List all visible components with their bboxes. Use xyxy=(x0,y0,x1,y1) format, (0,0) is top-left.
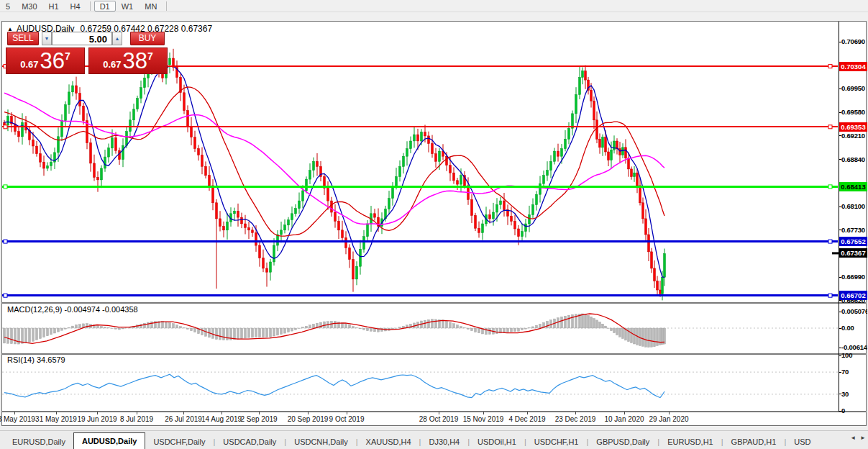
volume-input[interactable]: 5.00 xyxy=(52,32,112,45)
buy-price-big: 38 xyxy=(123,48,147,73)
rsi-axis-tick: 70 xyxy=(841,368,867,376)
price-line-badge: 0.66702 xyxy=(839,291,867,300)
tab-GBPUSD-Daily[interactable]: GBPUSD,Daily xyxy=(588,435,657,449)
tab-USD[interactable]: USD xyxy=(786,435,818,449)
date-axis-label: 20 Sep 2019 xyxy=(288,415,329,423)
timeframe-button-D1[interactable]: D1 xyxy=(94,1,116,12)
date-axis-label: 4 Dec 2019 xyxy=(508,415,545,423)
macd-name: MACD(12,26,9) xyxy=(7,305,62,314)
tab-scroll-right-icon[interactable]: ► xyxy=(860,435,866,441)
tab-XAUUSD-H4[interactable]: XAUUSD,H4 xyxy=(358,435,419,449)
timeframe-button-M30[interactable]: M30 xyxy=(16,1,42,12)
sell-price-sup: 7 xyxy=(65,50,70,62)
tab-DJ30-H4[interactable]: DJ30,H4 xyxy=(421,435,467,449)
date-axis-label: 23 Dec 2019 xyxy=(555,415,596,423)
price-axis-tick: 0.66990 xyxy=(841,273,867,281)
buy-button[interactable]: BUY xyxy=(130,32,165,45)
trade-panel-controls: SELL ▼ 5.00 ▲ BUY xyxy=(6,32,168,46)
tab-USDOil-H1[interactable]: USDOil,H1 xyxy=(470,435,524,449)
price-line-badge: 0.67367 xyxy=(839,248,867,258)
rsi-axis-tick: 30 xyxy=(841,390,867,399)
price-axis-tick: 0.70690 xyxy=(841,37,867,46)
timeframe-button-5[interactable]: 5 xyxy=(0,1,16,12)
sell-price-prefix: 0.67 xyxy=(20,59,38,70)
date-axis-label: 31 May 2019 xyxy=(35,415,77,423)
chart-tab-bar: EURUSD,DailyAUDUSD,DailyUSDCHF,Daily|USD… xyxy=(0,430,868,449)
buy-price-prefix: 0.67 xyxy=(103,59,121,70)
price-axis-tick: 0.69580 xyxy=(841,108,867,117)
price-axis-tick: 0.67730 xyxy=(841,226,867,235)
date-axis-label: 28 Oct 2019 xyxy=(419,415,458,423)
date-axis-label: 26 Jul 2019 xyxy=(165,415,202,423)
rsi-indicator-label: RSI(14) 34.6579 xyxy=(7,355,65,364)
tab-AUDUSD-Daily[interactable]: AUDUSD,Daily xyxy=(73,432,145,449)
toolbar-separator xyxy=(90,1,91,11)
price-line-badge: 0.70304 xyxy=(839,62,867,71)
timeframe-button-H4[interactable]: H4 xyxy=(65,1,86,12)
date-axis-label: 19 Jun 2019 xyxy=(77,415,117,423)
tab-scroll-arrows: ◄ ► xyxy=(847,435,866,441)
date-axis-label: 10 Jan 2020 xyxy=(604,415,644,423)
macd-value1: -0.004974 xyxy=(64,305,100,314)
trading-platform-window: 5M30H1H4D1W1MN ▲AUDUSD,Daily0.67259 0.67… xyxy=(0,0,868,449)
rsi-axis-tick: 0 xyxy=(841,407,867,415)
arrow-down-icon: ▼ xyxy=(45,36,50,41)
rsi-value: 34.6579 xyxy=(37,355,65,364)
price-axis-tick: 0.68100 xyxy=(841,202,867,211)
tab-scroll-left-icon[interactable]: ◄ xyxy=(850,435,856,441)
timeframe-button-W1[interactable]: W1 xyxy=(116,1,140,12)
price-axis-tick: 0.69210 xyxy=(841,132,867,140)
timeframe-toolbar: 5M30H1H4D1W1MN xyxy=(0,0,868,12)
price-line-badge: 0.67552 xyxy=(839,237,867,246)
sell-button[interactable]: SELL xyxy=(7,32,39,45)
date-axis-label: 8 Jul 2019 xyxy=(120,415,153,423)
toolbar-separator xyxy=(166,1,167,11)
timeframe-button-H1[interactable]: H1 xyxy=(43,1,65,12)
date-axis-label: 9 Oct 2019 xyxy=(329,415,365,423)
price-axis-tick: 0.69950 xyxy=(841,84,867,93)
arrow-up-icon: ▲ xyxy=(115,36,120,41)
sell-price-display[interactable]: 0.67 36 7 xyxy=(6,47,85,74)
macd-axis-tick: 0.005076 xyxy=(841,307,867,316)
price-line-badge: 0.68413 xyxy=(839,182,867,191)
date-axis-label: 14 Aug 2019 xyxy=(201,415,242,423)
rsi-name: RSI(14) xyxy=(7,355,35,364)
date-axis-label: 29 Jan 2020 xyxy=(649,415,688,423)
macd-value2: -0.004358 xyxy=(102,305,138,314)
date-axis-label: 15 Nov 2019 xyxy=(463,415,504,423)
price-line-badge: 0.69353 xyxy=(839,122,867,132)
tab-USDCHF-Daily[interactable]: USDCHF,Daily xyxy=(145,435,213,449)
tab-USDCNH-Daily[interactable]: USDCNH,Daily xyxy=(286,435,356,449)
macd-indicator-label: MACD(12,26,9) -0.004974 -0.004358 xyxy=(7,305,138,314)
volume-decrease-button[interactable]: ▼ xyxy=(42,32,52,45)
volume-increase-button[interactable]: ▲ xyxy=(112,32,122,45)
macd-axis-tick: 0.00 xyxy=(841,324,867,332)
tab-EURUSD-Daily[interactable]: EURUSD,Daily xyxy=(4,435,73,449)
buy-price-display[interactable]: 0.67 38 7 xyxy=(88,47,168,74)
sell-price-big: 36 xyxy=(40,48,65,73)
buy-price-sup: 7 xyxy=(147,50,153,62)
date-axis-label: 2 Sep 2019 xyxy=(240,415,277,423)
rsi-axis-tick: 100 xyxy=(841,351,867,360)
tab-EURUSD-H1[interactable]: EURUSD,H1 xyxy=(659,435,721,449)
date-axis-label: 13 May 2019 xyxy=(0,415,35,423)
timeframe-button-MN[interactable]: MN xyxy=(139,1,163,12)
tab-USDCHF-H1[interactable]: USDCHF,H1 xyxy=(526,435,587,449)
tab-USDCAD-Daily[interactable]: USDCAD,Daily xyxy=(215,435,284,449)
chart-window[interactable] xyxy=(1,21,867,426)
price-axis-tick: 0.68840 xyxy=(841,155,867,164)
tab-GBPAUD-H1[interactable]: GBPAUD,H1 xyxy=(723,435,785,449)
